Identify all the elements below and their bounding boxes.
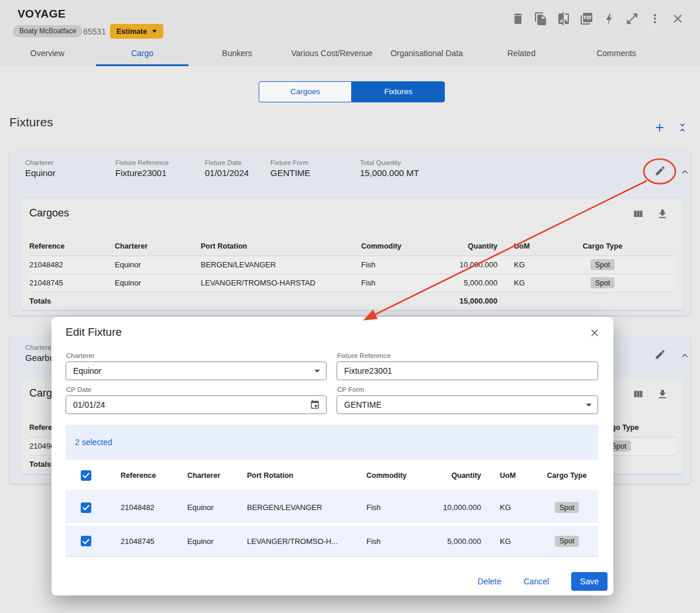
cargo-type-badge: Spot [555,502,579,513]
charterer-select[interactable]: Equinor [66,361,327,380]
modal-table-row[interactable]: 21048482 Equinor BERGEN/LEVANGER Fish 10… [66,492,598,523]
tab-overview[interactable]: Overview [0,42,95,66]
cp-form-field-label: CP Form [337,386,364,393]
cp-form-select[interactable]: GENTIME [337,395,598,414]
tab-organisational-data[interactable]: Organisational Data [379,42,474,66]
modal-cargo-table: Reference Charterer Port Rotation Commod… [66,460,598,557]
fixture-field-total-quantity: Total Quantity 15,000.000 MT [360,159,419,178]
fixtures-section-title: Fixtures [9,115,53,129]
collapse-all-icon[interactable] [677,122,688,133]
chevron-up-icon[interactable] [679,350,691,361]
chevron-up-icon[interactable] [679,166,691,178]
fixture-field-reference: Fixture Reference Fixture23001 [115,159,169,178]
table-header-row: Reference Charterer Port Rotation Commod… [29,237,675,256]
modal-footer: Delete Cancel Save [478,572,608,591]
modal-table-header-row: Reference Charterer Port Rotation Commod… [66,460,598,491]
toggle-fixtures[interactable]: Fixtures [352,81,445,102]
cancel-button[interactable]: Cancel [523,577,549,586]
tab-bunkers[interactable]: Bunkers [190,42,284,66]
estimate-status-button[interactable]: Estimate [110,24,163,39]
fixture-field-charterer: Charterer Equinor [25,159,56,178]
add-fixture-icon[interactable] [653,121,666,134]
compare-icon[interactable] [557,12,571,26]
cargoes-title: Cargoes [29,207,69,219]
edit-fixture-pencil-icon[interactable] [654,165,666,177]
edit-fixture-modal: Edit Fixture Charterer Equinor Fixture R… [52,317,613,595]
close-icon[interactable] [671,12,685,26]
columns-icon[interactable] [632,388,644,400]
selection-summary-bar: 2 selected [66,425,598,460]
voyage-header: VOYAGE Boaty McBoatface 65531 Estimate O… [0,0,700,66]
tab-various-cost-revenue[interactable]: Various Cost/Revenue [284,42,379,66]
toggle-cargoes[interactable]: Cargoes [259,81,352,102]
fixture-reference-field-label: Fixture Reference [337,352,390,359]
cargo-type-badge: Spot [591,277,615,288]
pdf-icon[interactable] [579,12,593,26]
fixture-reference-input[interactable]: Fixture23001 [337,361,598,380]
charterer-field-label: Charterer [66,352,95,359]
more-menu-icon[interactable] [648,12,662,26]
modal-title: Edit Fixture [66,326,122,339]
vessel-badge: Boaty McBoatface [13,25,83,37]
expand-icon[interactable] [625,12,639,26]
columns-icon[interactable] [632,208,644,220]
active-tab-indicator [96,64,188,66]
fixture-card-1: Charterer Equinor Fixture Reference Fixt… [9,151,691,315]
header-action-icons [511,12,685,26]
fixture-field-date: Fixture Date 01/01/2024 [205,159,249,178]
tab-cargo[interactable]: Cargo [95,42,190,66]
cp-date-input[interactable]: 01/01/24 [66,395,327,414]
selection-count: 2 selected [75,438,112,447]
select-all-checkbox[interactable] [81,470,91,481]
totals-row: Totals 15,000.000 [29,292,675,310]
caret-down-icon [152,30,157,33]
edit-fixture-pencil-icon[interactable] [654,349,666,360]
cp-date-field-label: CP Date [66,386,91,393]
row-checkbox[interactable] [81,502,91,513]
modal-close-icon[interactable] [589,327,601,339]
table-row[interactable]: 21048482 Equinor BERGEN/LEVANGER Fish 10… [29,256,675,274]
table-row[interactable]: 21048745 Equinor LEVANGER/TROMSO-HARSTAD… [29,274,675,292]
estimate-status-label: Estimate [116,27,147,36]
tab-bar: Overview Cargo Bunkers Various Cost/Reve… [0,42,664,66]
save-button[interactable]: Save [571,572,608,591]
delete-icon[interactable] [511,12,525,26]
bolt-icon[interactable] [602,12,616,26]
download-icon[interactable] [657,388,668,400]
row-checkbox[interactable] [81,536,91,546]
tab-related[interactable]: Related [474,42,569,66]
download-icon[interactable] [657,208,668,220]
calendar-icon[interactable] [310,400,320,410]
dropdown-arrow-icon [314,370,320,373]
fixture-field-charterer: Charterer Gearbu [25,344,54,363]
dropdown-arrow-icon [586,404,592,407]
copy-icon[interactable] [534,12,548,26]
cargo-type-badge: Spot [591,259,615,270]
cargo-type-badge: Spot [555,536,579,547]
voyage-id: 65531 [83,27,106,36]
cargoes-fixtures-toggle: Cargoes Fixtures [259,81,445,102]
page-title: VOYAGE [18,8,66,20]
modal-table-row[interactable]: 21048745 Equinor LEVANGER/TROMSO-H... Fi… [66,526,598,557]
fixture-field-form: Fixture Form GENTIME [270,159,310,178]
cargoes-table-1: Reference Charterer Port Rotation Commod… [29,237,675,310]
delete-button[interactable]: Delete [478,577,501,586]
cargoes-subcard-1: Cargoes Reference Charterer Port Rotatio… [21,199,684,310]
tab-comments[interactable]: Comments [569,42,664,66]
